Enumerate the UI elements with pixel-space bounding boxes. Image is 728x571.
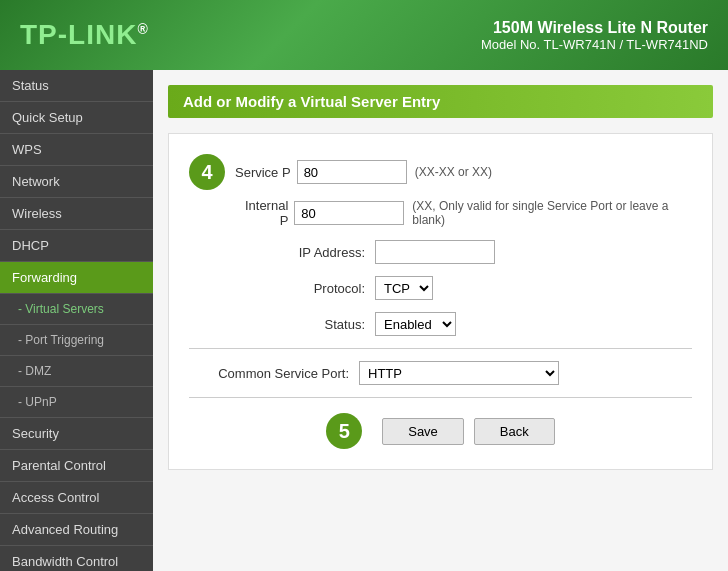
registered-mark: ® bbox=[137, 21, 148, 37]
back-button[interactable]: Back bbox=[474, 418, 555, 445]
sidebar-item-status[interactable]: Status bbox=[0, 70, 153, 102]
sidebar-item-security[interactable]: Security bbox=[0, 418, 153, 450]
status-label: Status: bbox=[235, 317, 375, 332]
sidebar-item-network[interactable]: Network bbox=[0, 166, 153, 198]
sidebar-item-bandwidth-control[interactable]: Bandwidth Control bbox=[0, 546, 153, 571]
service-port-input[interactable] bbox=[297, 160, 407, 184]
ip-address-label: IP Address: bbox=[235, 245, 375, 260]
header-model-info: 150M Wireless Lite N Router Model No. TL… bbox=[481, 19, 708, 52]
status-row: Status: Enabled Disabled bbox=[189, 312, 692, 336]
sidebar-item-port-triggering[interactable]: - Port Triggering bbox=[0, 325, 153, 356]
logo: TP-LINK® bbox=[20, 19, 149, 51]
service-port-hint: (XX-XX or XX) bbox=[415, 165, 492, 179]
model-number: Model No. TL-WR741N / TL-WR741ND bbox=[481, 37, 708, 52]
status-select[interactable]: Enabled Disabled bbox=[375, 312, 456, 336]
button-row: 5 Save Back bbox=[189, 413, 692, 449]
divider-2 bbox=[189, 397, 692, 398]
logo-text: TP-LINK bbox=[20, 19, 137, 50]
content-area: Add or Modify a Virtual Server Entry 4 S… bbox=[153, 70, 728, 571]
sidebar-item-upnp[interactable]: - UPnP bbox=[0, 387, 153, 418]
sidebar: Status Quick Setup WPS Network Wireless … bbox=[0, 70, 153, 571]
ip-address-input[interactable] bbox=[375, 240, 495, 264]
sidebar-item-dmz[interactable]: - DMZ bbox=[0, 356, 153, 387]
sidebar-item-virtual-servers[interactable]: - Virtual Servers bbox=[0, 294, 153, 325]
service-port-label: Service P bbox=[235, 165, 297, 180]
sidebar-item-wireless[interactable]: Wireless bbox=[0, 198, 153, 230]
internal-port-row: Internal P (XX, Only valid for single Se… bbox=[189, 198, 692, 228]
internal-port-label: Internal P bbox=[235, 198, 294, 228]
sidebar-item-parental-control[interactable]: Parental Control bbox=[0, 450, 153, 482]
divider-1 bbox=[189, 348, 692, 349]
save-button[interactable]: Save bbox=[382, 418, 464, 445]
sidebar-item-quick-setup[interactable]: Quick Setup bbox=[0, 102, 153, 134]
internal-port-input[interactable] bbox=[294, 201, 404, 225]
section-title: Add or Modify a Virtual Server Entry bbox=[168, 85, 713, 118]
service-port-fields: Service P (XX-XX or XX) bbox=[235, 160, 492, 184]
ip-address-row: IP Address: bbox=[189, 240, 692, 264]
sidebar-item-advanced-routing[interactable]: Advanced Routing bbox=[0, 514, 153, 546]
protocol-select[interactable]: TCP UDP All bbox=[375, 276, 433, 300]
common-service-row: Common Service Port: HTTP FTP SMTP DNS T… bbox=[189, 361, 692, 385]
step-4-circle: 4 bbox=[189, 154, 225, 190]
protocol-row: Protocol: TCP UDP All bbox=[189, 276, 692, 300]
common-service-label: Common Service Port: bbox=[189, 366, 359, 381]
main-layout: Status Quick Setup WPS Network Wireless … bbox=[0, 70, 728, 571]
header: TP-LINK® 150M Wireless Lite N Router Mod… bbox=[0, 0, 728, 70]
internal-port-hint: (XX, Only valid for single Service Port … bbox=[412, 199, 692, 227]
common-service-select[interactable]: HTTP FTP SMTP DNS Telnet bbox=[359, 361, 559, 385]
model-name: 150M Wireless Lite N Router bbox=[481, 19, 708, 37]
form-area: 4 Service P (XX-XX or XX) Internal P (XX… bbox=[168, 133, 713, 470]
protocol-label: Protocol: bbox=[235, 281, 375, 296]
service-port-row: 4 Service P (XX-XX or XX) bbox=[189, 154, 692, 190]
sidebar-item-wps[interactable]: WPS bbox=[0, 134, 153, 166]
step-5-circle: 5 bbox=[326, 413, 362, 449]
sidebar-item-dhcp[interactable]: DHCP bbox=[0, 230, 153, 262]
sidebar-item-access-control[interactable]: Access Control bbox=[0, 482, 153, 514]
sidebar-item-forwarding[interactable]: Forwarding bbox=[0, 262, 153, 294]
